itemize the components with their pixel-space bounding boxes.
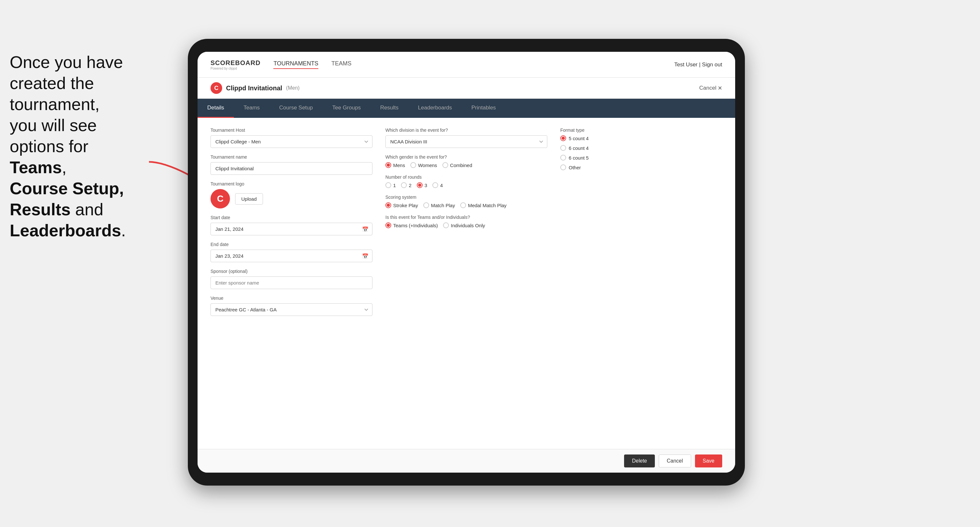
tab-printables[interactable]: Printables bbox=[462, 99, 506, 118]
division-section: Which division is the event for? NCAA Di… bbox=[385, 127, 547, 148]
tournament-name-input[interactable] bbox=[210, 162, 372, 175]
left-column: Tournament Host Clippd College - Men Tou… bbox=[210, 127, 372, 316]
division-select[interactable]: NCAA Division III bbox=[385, 135, 547, 148]
rounds-2[interactable]: 2 bbox=[401, 182, 411, 188]
scoring-stroke[interactable]: Stroke Play bbox=[385, 202, 418, 208]
tablet-screen: SCOREBOARD Powered by clippd TOURNAMENTS… bbox=[197, 52, 735, 473]
tournament-logo-label: Tournament logo bbox=[210, 181, 372, 186]
format-5count4-label: 5 count 4 bbox=[569, 136, 589, 141]
gender-radio-group: Mens Womens Combined bbox=[385, 162, 547, 168]
rounds-1[interactable]: 1 bbox=[385, 182, 396, 188]
gender-combined-label: Combined bbox=[450, 162, 472, 168]
user-area[interactable]: Test User | Sign out bbox=[674, 62, 722, 68]
tab-course-setup[interactable]: Course Setup bbox=[269, 99, 323, 118]
tournament-name: Clippd Invitational bbox=[226, 84, 282, 92]
teams-plus-label: Teams (+Individuals) bbox=[393, 223, 438, 228]
tournament-host-section: Tournament Host Clippd College - Men bbox=[210, 127, 372, 148]
format-6count4-label: 6 count 4 bbox=[569, 145, 589, 151]
format-options: 5 count 4 6 count 4 6 count 5 bbox=[560, 135, 722, 170]
start-date-label: Start date bbox=[210, 215, 372, 220]
venue-label: Venue bbox=[210, 295, 372, 301]
bold-leaderboards: Leaderboards bbox=[10, 221, 121, 240]
end-date-input[interactable] bbox=[210, 249, 372, 262]
bold-teams: Teams bbox=[10, 158, 62, 177]
content-area: Tournament Host Clippd College - Men Tou… bbox=[197, 118, 735, 449]
nav-teams[interactable]: TEAMS bbox=[331, 60, 352, 69]
scoring-section: Scoring system Stroke Play Match Play bbox=[385, 195, 547, 208]
logo-area: SCOREBOARD Powered by clippd bbox=[210, 59, 260, 70]
logo-preview: C bbox=[210, 189, 230, 208]
save-button[interactable]: Save bbox=[695, 454, 722, 467]
format-6count4[interactable]: 6 count 4 bbox=[560, 145, 722, 151]
gender-combined[interactable]: Combined bbox=[442, 162, 472, 168]
gender-combined-radio[interactable] bbox=[442, 162, 448, 168]
tab-tee-groups[interactable]: Tee Groups bbox=[323, 99, 371, 118]
tournament-logo-section: Tournament logo C Upload bbox=[210, 181, 372, 208]
format-other-radio[interactable] bbox=[560, 164, 566, 170]
logo-upload-area: C Upload bbox=[210, 189, 372, 208]
teams-plus[interactable]: Teams (+Individuals) bbox=[385, 222, 438, 228]
delete-button[interactable]: Delete bbox=[624, 454, 654, 467]
teams-section: Is this event for Teams and/or Individua… bbox=[385, 214, 547, 228]
cancel-header-button[interactable]: Cancel ✕ bbox=[699, 85, 722, 92]
rounds-3[interactable]: 3 bbox=[417, 182, 427, 188]
rounds-label: Number of rounds bbox=[385, 175, 547, 179]
rounds-radio-group: 1 2 3 bbox=[385, 182, 547, 188]
scoring-match-radio[interactable] bbox=[423, 202, 429, 208]
sponsor-section: Sponsor (optional) bbox=[210, 269, 372, 289]
start-date-input[interactable] bbox=[210, 223, 372, 235]
gender-mens[interactable]: Mens bbox=[385, 162, 405, 168]
nav-left: SCOREBOARD Powered by clippd TOURNAMENTS… bbox=[210, 59, 352, 70]
nav-tournaments[interactable]: TOURNAMENTS bbox=[273, 60, 318, 69]
gender-section: Which gender is the event for? Mens Wome… bbox=[385, 154, 547, 168]
individuals-only-radio[interactable] bbox=[443, 222, 449, 228]
rounds-3-radio[interactable] bbox=[417, 182, 423, 188]
start-date-wrapper: 📅 bbox=[210, 223, 372, 235]
scoring-medal-radio[interactable] bbox=[460, 202, 466, 208]
start-date-section: Start date 📅 bbox=[210, 215, 372, 235]
format-6count5-radio[interactable] bbox=[560, 155, 566, 160]
format-other[interactable]: Other bbox=[560, 164, 722, 170]
form-grid: Tournament Host Clippd College - Men Tou… bbox=[210, 127, 722, 316]
gender-label: Which gender is the event for? bbox=[385, 154, 547, 160]
format-6count4-radio[interactable] bbox=[560, 145, 566, 151]
scoring-medal[interactable]: Medal Match Play bbox=[460, 202, 506, 208]
gender-mens-radio[interactable] bbox=[385, 162, 391, 168]
scoring-label: Scoring system bbox=[385, 195, 547, 200]
gender-womens[interactable]: Womens bbox=[410, 162, 437, 168]
tab-results[interactable]: Results bbox=[371, 99, 408, 118]
tournament-host-select[interactable]: Clippd College - Men bbox=[210, 135, 372, 148]
rounds-1-radio[interactable] bbox=[385, 182, 391, 188]
app-container: SCOREBOARD Powered by clippd TOURNAMENTS… bbox=[197, 52, 735, 473]
format-5count4[interactable]: 5 count 4 bbox=[560, 135, 722, 141]
teams-label: Is this event for Teams and/or Individua… bbox=[385, 214, 547, 220]
scoring-stroke-radio[interactable] bbox=[385, 202, 391, 208]
rounds-section: Number of rounds 1 2 bbox=[385, 175, 547, 188]
division-label: Which division is the event for? bbox=[385, 127, 547, 133]
format-6count5[interactable]: 6 count 5 bbox=[560, 155, 722, 160]
individuals-only[interactable]: Individuals Only bbox=[443, 222, 485, 228]
format-5count4-radio[interactable] bbox=[560, 135, 566, 141]
rounds-2-label: 2 bbox=[409, 183, 411, 188]
footer-cancel-button[interactable]: Cancel bbox=[659, 454, 691, 467]
upload-button[interactable]: Upload bbox=[235, 193, 263, 205]
end-date-section: End date 📅 bbox=[210, 242, 372, 262]
venue-section: Venue Peachtree GC - Atlanta - GA bbox=[210, 295, 372, 316]
logo-sub: Powered by clippd bbox=[210, 67, 260, 70]
sponsor-input[interactable] bbox=[210, 276, 372, 289]
format-other-label: Other bbox=[569, 165, 581, 170]
bold-results: Results bbox=[10, 200, 71, 219]
teams-plus-radio[interactable] bbox=[385, 222, 391, 228]
rounds-4[interactable]: 4 bbox=[432, 182, 443, 188]
venue-select[interactable]: Peachtree GC - Atlanta - GA bbox=[210, 303, 372, 316]
scoring-match[interactable]: Match Play bbox=[423, 202, 455, 208]
scoring-match-label: Match Play bbox=[431, 203, 455, 208]
tab-teams[interactable]: Teams bbox=[234, 99, 269, 118]
rounds-2-radio[interactable] bbox=[401, 182, 407, 188]
rounds-4-radio[interactable] bbox=[432, 182, 438, 188]
format-6count5-label: 6 count 5 bbox=[569, 155, 589, 160]
tab-details[interactable]: Details bbox=[197, 99, 234, 118]
instructional-text: Once you have created the tournament, yo… bbox=[0, 45, 169, 248]
gender-womens-radio[interactable] bbox=[410, 162, 416, 168]
tab-leaderboards[interactable]: Leaderboards bbox=[408, 99, 462, 118]
